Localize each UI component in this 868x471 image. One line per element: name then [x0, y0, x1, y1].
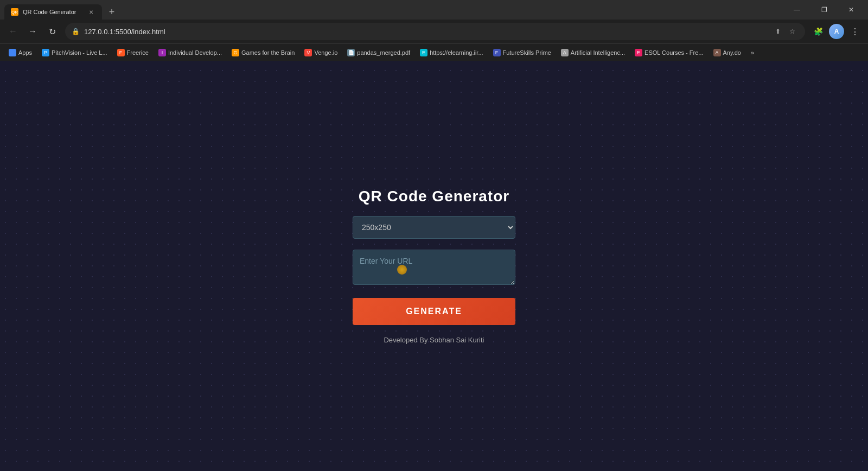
bookmark-pandas-favicon: 📄: [347, 49, 355, 56]
title-bar: QR QR Code Generator ✕ + — ❐ ✕: [0, 0, 868, 20]
size-select[interactable]: 250x250 300x300 400x400 500x500: [353, 216, 515, 239]
browser-chrome: QR QR Code Generator ✕ + — ❐ ✕ ← → ↻ 🔒 1…: [0, 0, 868, 61]
bookmark-ai-label: Artificial Intelligenc...: [571, 49, 625, 56]
page-title: QR Code Generator: [359, 188, 509, 205]
main-content: QR Code Generator 250x250 300x300 400x40…: [0, 61, 868, 471]
bookmark-elearn-label: https://elearning.iir...: [430, 49, 483, 56]
bookmark-venge-label: Venge.io: [314, 49, 337, 56]
bookmark-indie-label: Individual Develop...: [168, 49, 222, 56]
bookmark-pitch-label: PitchVision - Live L...: [52, 49, 107, 56]
bookmark-ai-favicon: A: [561, 49, 569, 56]
bookmark-free-favicon: F: [117, 49, 125, 56]
tab-close-button[interactable]: ✕: [87, 8, 95, 16]
url-textarea[interactable]: [353, 250, 515, 285]
bookmark-future-favicon: F: [493, 49, 501, 56]
active-tab[interactable]: QR QR Code Generator ✕: [4, 4, 102, 20]
bookmarks-bar: Apps P PitchVision - Live L... F Freeric…: [0, 43, 868, 61]
profile-button[interactable]: A: [828, 23, 845, 40]
forward-button[interactable]: →: [24, 23, 41, 40]
bookmark-anydo[interactable]: A Any.do: [709, 47, 745, 59]
bookmark-indie[interactable]: I Individual Develop...: [154, 47, 226, 59]
bookmark-games-favicon: G: [232, 49, 239, 56]
bookmark-pandas-label: pandas_merged.pdf: [357, 49, 410, 56]
window-controls: — ❐ ✕: [784, 2, 864, 17]
bookmark-free-label: Freerice: [127, 49, 149, 56]
tab-favicon: QR: [11, 8, 18, 16]
generate-button[interactable]: GENERATE: [353, 298, 515, 325]
bookmark-elearning[interactable]: E https://elearning.iir...: [416, 47, 487, 59]
bookmark-button[interactable]: ☆: [786, 25, 799, 38]
bookmark-pitchvision[interactable]: P PitchVision - Live L...: [37, 47, 112, 59]
bookmark-pandas[interactable]: 📄 pandas_merged.pdf: [343, 47, 414, 59]
bookmark-esol[interactable]: E ESOL Courses - Fre...: [630, 47, 707, 59]
bookmark-apps-label: Apps: [18, 49, 32, 56]
bookmark-any-label: Any.do: [723, 49, 741, 56]
maximize-button[interactable]: ❐: [812, 2, 837, 17]
footer-credit: Developed By Sobhan Sai Kuriti: [384, 336, 484, 344]
profile-avatar: A: [829, 24, 844, 39]
bookmark-any-favicon: A: [713, 49, 721, 56]
tab-title: QR Code Generator: [23, 9, 82, 15]
refresh-button[interactable]: ↻: [43, 23, 61, 40]
more-button[interactable]: ⋮: [846, 23, 864, 40]
bookmark-esol-label: ESOL Courses - Fre...: [644, 49, 703, 56]
bookmark-apps-favicon: [9, 49, 16, 56]
new-tab-button[interactable]: +: [104, 4, 119, 20]
bookmark-future[interactable]: F FutureSkills Prime: [489, 47, 556, 59]
nav-right-buttons: 🧩 A ⋮: [809, 23, 864, 40]
tab-area: QR QR Code Generator ✕ +: [4, 0, 784, 20]
bookmark-more[interactable]: »: [746, 47, 758, 58]
bookmark-venge-favicon: V: [304, 49, 312, 56]
bookmark-elearn-favicon: E: [420, 49, 427, 56]
bookmark-pitch-favicon: P: [42, 49, 49, 56]
lock-icon: 🔒: [72, 28, 80, 35]
bookmark-apps[interactable]: Apps: [4, 47, 36, 59]
app-container: QR Code Generator 250x250 300x300 400x40…: [353, 188, 515, 344]
textarea-container: [353, 250, 515, 287]
minimize-button[interactable]: —: [784, 2, 809, 17]
bookmark-games-label: Games for the Brain: [241, 49, 295, 56]
bookmark-freerice[interactable]: F Freerice: [113, 47, 153, 59]
bookmark-indie-favicon: I: [158, 49, 166, 56]
address-actions: ⬆ ☆: [771, 25, 799, 38]
back-button[interactable]: ←: [4, 23, 22, 40]
bookmark-ai[interactable]: A Artificial Intelligenc...: [557, 47, 629, 59]
bookmark-games[interactable]: G Games for the Brain: [227, 47, 299, 59]
address-text: 127.0.0.1:5500/index.html: [84, 28, 767, 36]
nav-bar: ← → ↻ 🔒 127.0.0.1:5500/index.html ⬆ ☆ 🧩 …: [0, 20, 868, 43]
bookmark-more-icon: »: [751, 49, 754, 56]
bookmark-esol-favicon: E: [635, 49, 642, 56]
bookmark-future-label: FutureSkills Prime: [503, 49, 551, 56]
close-button[interactable]: ✕: [839, 2, 864, 17]
extensions-button[interactable]: 🧩: [809, 23, 827, 40]
bookmark-venge[interactable]: V Venge.io: [300, 47, 342, 59]
address-bar[interactable]: 🔒 127.0.0.1:5500/index.html ⬆ ☆: [65, 23, 805, 40]
share-button[interactable]: ⬆: [771, 25, 784, 38]
